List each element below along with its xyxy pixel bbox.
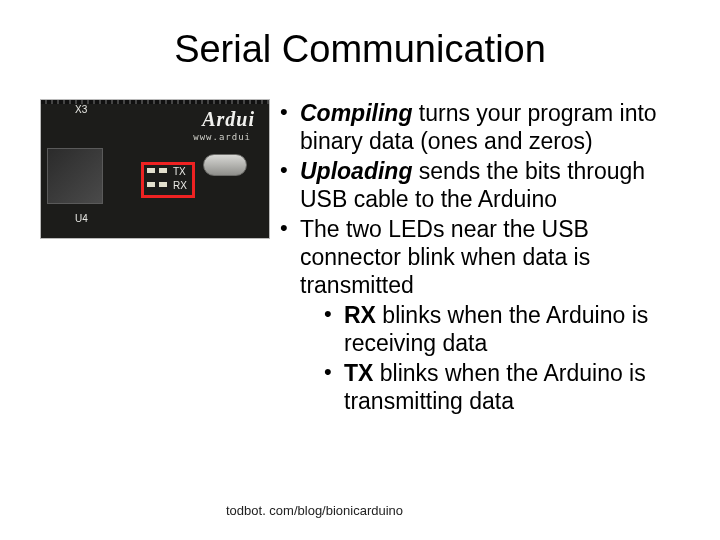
bullet-item: The two LEDs near the USB connector blin… [278,215,680,415]
bullet-item: Compiling turns your program into binary… [278,99,680,155]
bullet-item: Uploading sends the bits through USB cab… [278,157,680,213]
sub-bullet-list: RX blinks when the Arduino is receiving … [300,301,680,415]
arduino-pcb-image: X3 Ardui www.ardui U4 TX RX [40,99,270,239]
bullet-text: blinks when the Arduino is receiving dat… [344,302,648,356]
term-uploading: Uploading [300,158,412,184]
footer-credit: todbot. com/blog/bionicarduino [226,503,403,518]
text-column: Compiling turns your program into binary… [278,99,680,418]
sub-bullet-item: RX blinks when the Arduino is receiving … [300,301,680,357]
term-rx: RX [344,302,376,328]
slide: Serial Communication X3 Ardui www.ardui … [0,0,720,540]
silkscreen-u4: U4 [75,213,88,224]
sub-bullet-item: TX blinks when the Arduino is transmitti… [300,359,680,415]
chip-icon [47,148,103,204]
highlight-box [141,162,195,198]
body-row: X3 Ardui www.ardui U4 TX RX Compiling tu… [40,99,680,418]
crystal-icon [203,154,247,176]
silkscreen-url: www.ardui [193,132,251,142]
silkscreen-x3: X3 [75,104,87,115]
bullet-text: The two LEDs near the USB connector blin… [300,216,590,298]
term-compiling: Compiling [300,100,412,126]
term-tx: TX [344,360,373,386]
bullet-text: blinks when the Arduino is transmitting … [344,360,646,414]
bullet-list: Compiling turns your program into binary… [278,99,680,416]
image-column: X3 Ardui www.ardui U4 TX RX [40,99,270,418]
slide-title: Serial Communication [40,28,680,71]
silkscreen-brand: Ardui [202,108,255,131]
